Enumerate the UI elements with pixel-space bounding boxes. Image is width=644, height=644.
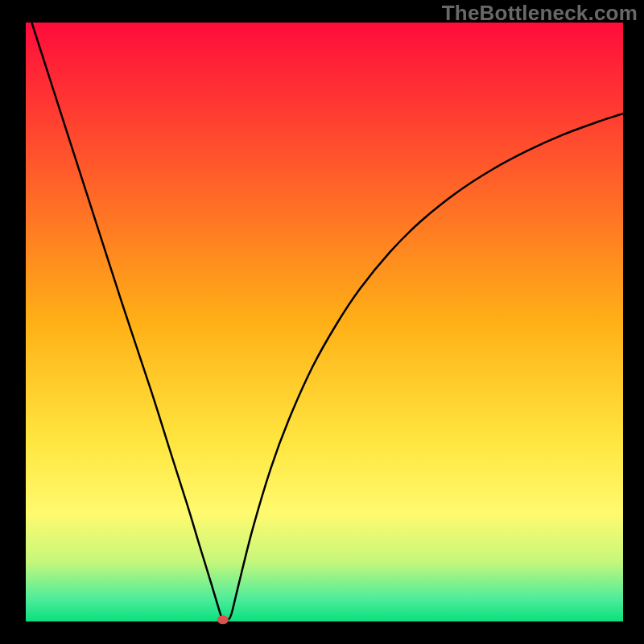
- chart-container: TheBottleneck.com: [0, 0, 644, 644]
- plot-area: [26, 23, 623, 621]
- optimal-marker: [217, 615, 229, 624]
- watermark-text: TheBottleneck.com: [442, 1, 638, 26]
- bottleneck-chart: [0, 0, 644, 644]
